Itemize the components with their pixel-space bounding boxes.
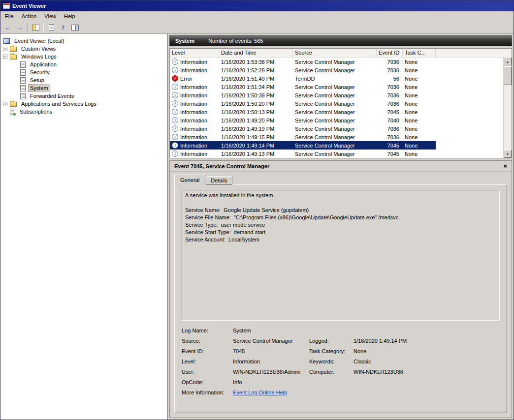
tree-item-system[interactable]: System <box>0 84 167 92</box>
field-label: Logged: <box>309 338 353 344</box>
tab-details[interactable]: Details <box>206 176 232 185</box>
field-value: Classic <box>353 359 500 364</box>
event-row[interactable]: iInformation1/16/2020 1:49:13 PMService … <box>170 150 436 158</box>
event-row[interactable]: iInformation1/16/2020 1:53:38 PMService … <box>170 58 436 66</box>
event-row[interactable]: iInformation1/16/2020 1:52:28 PMService … <box>170 66 436 74</box>
preview-pane-header: Event 7045, Service Control Manager × <box>170 161 512 172</box>
field-label: Level: <box>182 359 233 364</box>
log-name-title: System <box>175 38 194 44</box>
field-value: 1/16/2020 1:49:14 PM <box>353 338 500 344</box>
event-id-cell: 7045 <box>377 108 403 116</box>
information-icon: i <box>172 100 178 107</box>
scrollbar-track[interactable] <box>504 65 512 150</box>
menu-view[interactable]: View <box>40 12 60 21</box>
tab-general[interactable]: General <box>174 175 205 185</box>
scroll-down-button[interactable]: ▼ <box>504 150 512 158</box>
column-header-filler <box>436 49 512 57</box>
event-level-text: Information <box>180 118 207 123</box>
event-row[interactable]: iInformation1/16/2020 1:50:13 PMService … <box>170 108 436 116</box>
event-row[interactable]: iInformation1/16/2020 1:51:34 PMService … <box>170 83 436 91</box>
tree-item-security[interactable]: Security <box>0 68 167 76</box>
event-level-cell: iInformation <box>170 83 219 91</box>
event-row[interactable]: iInformation1/16/2020 1:49:15 PMService … <box>170 133 436 141</box>
vertical-scrollbar[interactable]: ▲ ▼ <box>503 58 512 158</box>
tree-item-setup[interactable]: Setup <box>0 76 167 84</box>
information-icon: i <box>172 59 178 65</box>
event-level-text: Information <box>180 126 207 132</box>
column-header-task-c[interactable]: Task C... <box>403 49 436 57</box>
event-source-cell: Service Control Manager <box>293 150 377 158</box>
back-button[interactable]: ← <box>2 22 14 33</box>
event-datetime-cell: 1/16/2020 1:50:39 PM <box>219 91 293 99</box>
tree-expander-icon[interactable]: − <box>3 55 7 59</box>
tree-expander-icon[interactable]: + <box>3 47 7 51</box>
help-icon: ? <box>62 24 65 31</box>
close-preview-button[interactable]: × <box>503 162 507 170</box>
menu-action[interactable]: Action <box>18 12 41 21</box>
column-header-source[interactable]: Source <box>293 49 377 57</box>
show-action-pane-button[interactable] <box>69 22 81 33</box>
help-button[interactable]: ? <box>57 22 69 33</box>
event-row[interactable]: !Error1/16/2020 1:51:49 PMTermDD56None <box>170 74 436 83</box>
scroll-up-button[interactable]: ▲ <box>504 58 512 65</box>
event-viewer-window: Event Viewer FileActionViewHelp ←→? Even… <box>0 0 514 420</box>
tree-item-forwarded-events[interactable]: Forwarded Events <box>0 92 167 100</box>
information-icon: i <box>172 109 178 115</box>
event-level-cell: iInformation <box>170 99 219 108</box>
event-row[interactable]: iInformation1/16/2020 1:50:39 PMService … <box>170 91 436 99</box>
event-properties: Log Name:SystemSource:Service Control Ma… <box>182 328 500 400</box>
log-icon <box>20 61 26 68</box>
scrollbar-thumb[interactable] <box>504 66 512 85</box>
menu-file[interactable]: File <box>1 12 18 21</box>
column-headers: LevelDate and TimeSourceEvent IDTask C..… <box>170 49 512 58</box>
detail-field-row: User:WIN-NDKLH123U36\AdminiComputer:WIN-… <box>182 369 500 379</box>
event-source-cell: Service Control Manager <box>293 66 377 74</box>
column-header-level[interactable]: Level <box>170 49 219 57</box>
tree-item-event-viewer-local[interactable]: Event Viewer (Local) <box>0 37 167 45</box>
tree-item-label: Application <box>28 60 59 68</box>
event-row[interactable]: iInformation1/16/2020 1:49:20 PMService … <box>170 116 436 124</box>
forward-button[interactable]: → <box>14 22 26 33</box>
event-list: LevelDate and TimeSourceEvent IDTask C..… <box>169 48 512 158</box>
menu-help[interactable]: Help <box>60 12 79 21</box>
action-pane-icon <box>71 25 79 30</box>
export-icon <box>49 24 54 30</box>
field-label: OpCode: <box>182 379 233 385</box>
event-level-cell: iInformation <box>170 91 219 99</box>
log-icon <box>20 85 26 91</box>
event-row[interactable]: iInformation1/16/2020 1:50:20 PMService … <box>170 99 436 108</box>
export-button[interactable] <box>45 22 57 33</box>
tree-item-windows-logs[interactable]: −Windows Logs <box>0 53 167 60</box>
tree-item-subscriptions[interactable]: Subscriptions <box>0 108 167 116</box>
column-header-event-id[interactable]: Event ID <box>377 49 403 57</box>
window-title: Event Viewer <box>12 3 46 9</box>
event-id-cell: 7040 <box>377 116 403 124</box>
tree-item-applications-and-services-logs[interactable]: +Applications and Services Logs <box>0 100 167 108</box>
field-value: Information <box>233 359 309 364</box>
event-datetime-cell: 1/16/2020 1:52:28 PM <box>219 66 293 74</box>
event-level-cell: iInformation <box>170 108 219 116</box>
event-source-cell: Service Control Manager <box>293 124 377 133</box>
general-tab-panel: A service was installed in the system. S… <box>174 184 507 413</box>
show-console-tree-button[interactable] <box>30 22 41 33</box>
event-datetime-cell: 1/16/2020 1:50:20 PM <box>219 99 293 108</box>
tree-item-label: Forwarded Events <box>28 92 76 100</box>
event-source-cell: Service Control Manager <box>293 99 377 108</box>
titlebar: Event Viewer <box>0 0 514 11</box>
tree-item-custom-views[interactable]: +Custom Views <box>0 45 167 53</box>
event-row[interactable]: iInformation1/16/2020 1:49:19 PMService … <box>170 124 436 133</box>
tree-item-application[interactable]: Application <box>0 60 167 68</box>
event-log-online-help-link[interactable]: Event Log Online Help <box>233 390 287 395</box>
event-level-text: Information <box>180 84 207 90</box>
detail-field-row: Log Name:System <box>182 328 500 338</box>
event-task-category-cell: None <box>403 99 436 108</box>
console-tree-icon <box>32 25 39 30</box>
column-header-date-and-time[interactable]: Date and Time <box>219 49 293 57</box>
detail-tabs: GeneralDetails <box>170 172 512 185</box>
event-level-cell: iInformation <box>170 150 219 158</box>
event-level-text: Information <box>180 101 207 107</box>
event-row[interactable]: iInformation1/16/2020 1:49:14 PMService … <box>170 141 436 150</box>
console-tree: Event Viewer (Local)+Custom Views−Window… <box>0 34 168 420</box>
tree-expander-icon[interactable]: + <box>3 102 7 106</box>
information-icon: i <box>172 125 178 132</box>
